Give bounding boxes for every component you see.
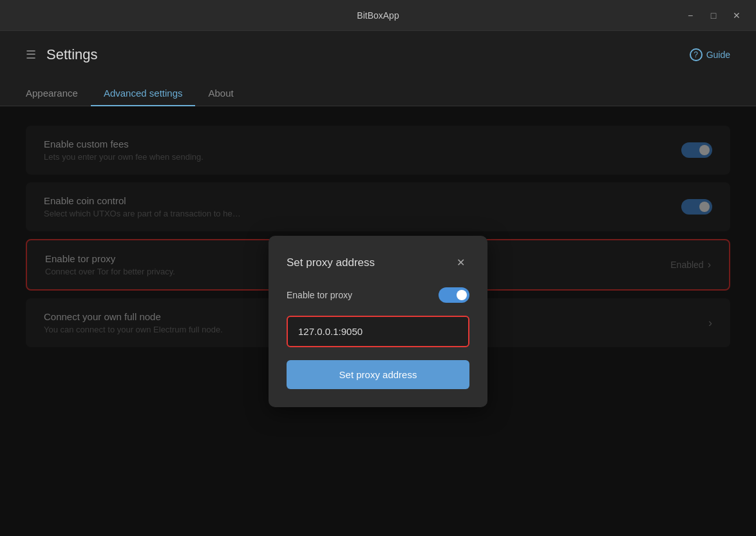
window-controls: − □ ✕ — [681, 6, 746, 24]
modal-toggle-row: Enable tor proxy — [287, 287, 469, 303]
titlebar: BitBoxApp − □ ✕ — [0, 0, 756, 31]
app-container: ☰ Settings ? Guide Appearance Advanced s… — [0, 31, 756, 536]
window-title: BitBoxApp — [357, 10, 399, 21]
modal-overlay[interactable]: Set proxy address ✕ Enable tor proxy Set… — [0, 106, 756, 536]
minimize-button[interactable]: − — [681, 6, 699, 24]
toggle-tor-proxy-modal[interactable] — [439, 287, 469, 303]
close-button[interactable]: ✕ — [728, 6, 746, 24]
header: ☰ Settings ? Guide — [0, 31, 756, 63]
header-left: ☰ Settings — [26, 46, 98, 63]
tab-about[interactable]: About — [195, 81, 246, 106]
guide-label: Guide — [706, 50, 730, 60]
modal-header: Set proxy address ✕ — [287, 254, 469, 272]
tab-advanced-settings[interactable]: Advanced settings — [91, 81, 196, 106]
modal-close-button[interactable]: ✕ — [451, 254, 469, 272]
guide-button[interactable]: ? Guide — [690, 48, 730, 61]
guide-icon: ? — [690, 48, 703, 61]
set-proxy-modal: Set proxy address ✕ Enable tor proxy Set… — [269, 236, 487, 407]
proxy-address-input[interactable] — [287, 316, 469, 347]
hamburger-icon[interactable]: ☰ — [26, 48, 36, 62]
modal-toggle-label: Enable tor proxy — [287, 290, 352, 300]
tab-appearance[interactable]: Appearance — [26, 81, 91, 106]
content-area: Enable custom fees Lets you enter your o… — [0, 106, 756, 536]
tabs: Appearance Advanced settings About — [0, 68, 756, 106]
modal-title: Set proxy address — [287, 256, 375, 269]
maximize-button[interactable]: □ — [704, 6, 723, 24]
page-title: Settings — [46, 46, 98, 63]
set-proxy-button[interactable]: Set proxy address — [287, 360, 469, 389]
